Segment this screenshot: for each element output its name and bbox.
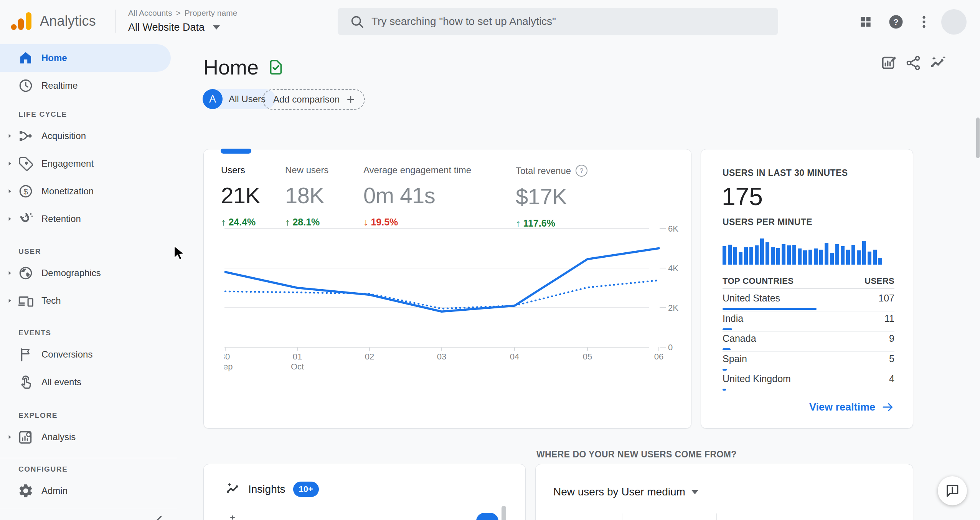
metric-tab-total-revenue[interactable]: Total revenue?$17K↑ 117.6% [516,165,587,229]
analysis-icon [18,429,34,445]
sidebar-item-label: Analysis [41,432,76,442]
engagement-icon [18,156,34,172]
country-row-united-kingdom: United Kingdom4 [723,372,894,392]
country-users-value: 9 [889,333,894,344]
apps-grid-button[interactable] [856,13,875,31]
minute-bar [798,248,802,265]
customize-report-button[interactable] [880,55,899,73]
add-comparison-button[interactable]: Add comparison [262,89,365,110]
users-per-minute-chart [723,237,884,265]
sidebar-item-engagement[interactable]: Engagement [0,150,177,177]
avatar[interactable] [941,9,967,35]
expand-arrow[interactable] [5,296,14,305]
sidebar-item-conversions[interactable]: Conversions [0,341,177,368]
sidebar-item-label: Home [41,53,67,63]
minute-bar [739,252,742,265]
sidebar-item-label: Acquisition [41,131,86,141]
minute-bar [803,250,807,265]
insights-button[interactable] [929,55,948,73]
view-realtime-link[interactable]: View realtime [809,401,894,414]
sidebar-item-acquisition[interactable]: Acquisition [0,122,177,150]
insights-count-badge: 10+ [293,482,319,497]
expand-arrow-icon [5,187,14,195]
expand-arrow[interactable] [5,215,14,223]
more-vert-icon [916,14,932,30]
sidebar-collapse-button[interactable] [153,513,167,520]
chevron-down-icon [691,490,698,494]
share-button[interactable] [905,55,923,73]
metric-value: 18K [285,182,328,208]
breadcrumb: All Accounts > Property name [128,8,237,18]
minute-bar [808,250,812,265]
y-axis-label: 6K [668,226,678,234]
minute-bar [819,250,823,265]
sidebar-item-home[interactable]: Home [0,44,171,72]
sidebar-item-label: All events [41,377,81,388]
sidebar-nav: HomeRealtimeLIFE CYCLEAcquisitionEngagem… [0,44,177,505]
insights-scrollbar[interactable] [502,506,506,520]
expand-arrow[interactable] [5,187,14,195]
search-placeholder: Try searching "how to set up Analytics" [371,15,556,28]
expand-arrow[interactable] [5,132,14,140]
analytics-logo[interactable]: Analytics [10,9,96,33]
sidebar-item-all-events[interactable]: All events [0,368,177,396]
breadcrumb-property-name[interactable]: Property name [185,8,238,18]
country-name: United Kingdom [723,373,791,384]
country-users-value: 11 [884,313,894,324]
realtime-card: USERS IN LAST 30 MINUTES 175 USERS PER M… [701,149,913,429]
insights-header: Insights 10+ [225,481,319,497]
breadcrumb-all-accounts[interactable]: All Accounts [128,8,172,18]
monetization-icon: $ [18,183,34,199]
share-icon [905,55,922,71]
more-menu-button[interactable] [915,13,933,31]
minute-bar [723,246,726,265]
sidebar-item-demographics[interactable]: Demographics [0,259,177,287]
expand-arrow[interactable] [5,269,14,277]
metric-tab-users[interactable]: Users21K↑ 24.4% [221,165,260,228]
sidebar-item-analysis[interactable]: Analysis [0,423,177,451]
expand-arrow[interactable] [5,159,14,168]
minute-bar [749,247,753,265]
minute-bar [728,245,732,265]
search-bar[interactable]: Try searching "how to set up Analytics" [338,8,778,35]
sidebar-item-monetization[interactable]: $Monetization [0,177,177,205]
devices-icon [18,293,34,309]
sidebar-section-configure: CONFIGURE [0,462,177,477]
country-row-india: India11 [723,311,894,332]
metric-tab-average-engagement-time[interactable]: Average engagement time0m 41s↓ 19.5% [363,165,471,228]
country-name: United States [723,293,780,304]
acquisition-icon [18,128,34,144]
feedback-chat-button[interactable] [938,476,967,505]
realtime-users-value: 175 [722,182,763,211]
insight-item-badge[interactable] [476,513,498,520]
help-circle-icon[interactable]: ? [576,165,587,177]
country-row-canada: Canada9 [723,331,894,352]
country-bar [723,328,732,330]
app-header: Analytics All Accounts > Property name A… [0,0,980,44]
minute-bar [846,250,850,265]
page-title-row: Home [203,55,285,79]
sidebar-item-realtime[interactable]: Realtime [0,72,177,99]
sidebar-item-label: Monetization [41,186,94,197]
chat-alert-icon [945,483,960,498]
minute-bar [830,253,834,265]
metric-tab-new-users[interactable]: New users18K↑ 28.1% [285,165,328,228]
property-selector[interactable]: All Website Data [128,22,220,33]
sidebar-item-tech[interactable]: Tech [0,287,177,315]
series-line-preceding-period [225,280,659,309]
page-scrollbar[interactable] [976,118,980,158]
sidebar-item-retention[interactable]: Retention [0,205,177,233]
sidebar-section-events: EVENTS [0,325,177,341]
chart-gridline [622,513,622,520]
flag-icon [18,346,34,363]
help-button[interactable]: ? [887,13,905,31]
new-users-dimension-selector[interactable]: New users by User medium [553,486,698,498]
sidebar-section-user: USER [0,244,177,259]
minute-bar [792,245,796,265]
report-verified-icon[interactable] [267,58,285,77]
country-name: Canada [723,333,756,344]
expand-arrow[interactable] [5,433,14,441]
minute-bar [862,241,866,265]
arrow-right-icon [881,401,894,414]
sidebar-item-admin[interactable]: Admin [0,477,177,505]
